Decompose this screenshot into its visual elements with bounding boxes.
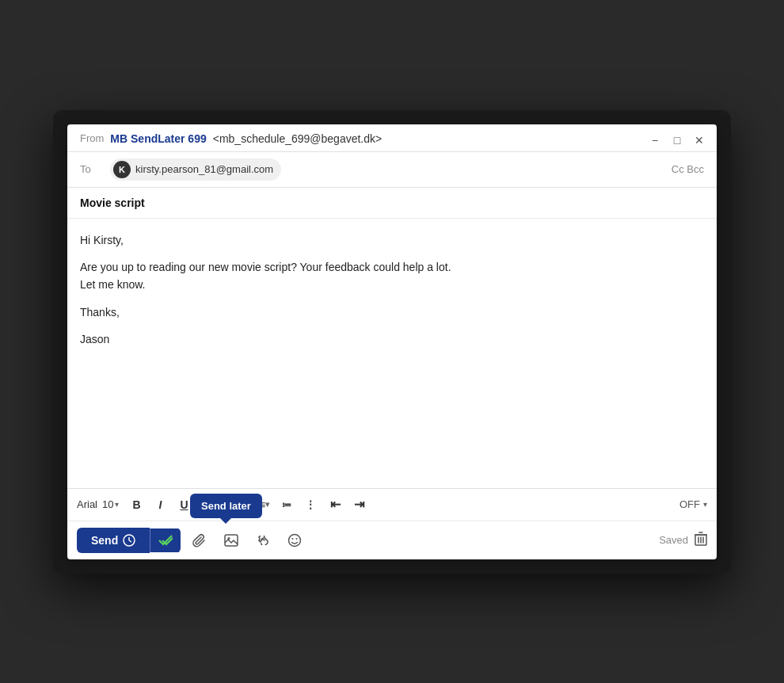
off-arrow: ▾ (703, 500, 707, 509)
recipient-chip[interactable]: K kirsty.pearson_81@gmail.com (110, 158, 281, 181)
to-label: To (80, 163, 104, 175)
send-group: Send (77, 528, 181, 553)
bold-button[interactable]: B (125, 494, 147, 516)
svg-line-4 (129, 540, 131, 542)
insert-link-button[interactable] (250, 528, 276, 553)
svg-point-8 (292, 538, 294, 540)
maximize-button[interactable]: □ (669, 132, 685, 148)
trash-icon (695, 532, 707, 546)
svg-point-7 (289, 534, 301, 546)
font-size-value: 10 (102, 498, 113, 510)
formatting-toolbar: Arial 10 ▾ B I U A ▾ A ▾ ≡ ▾ (67, 488, 717, 521)
saved-label: Saved (659, 534, 688, 546)
font-name-label: Arial (77, 498, 97, 510)
off-toggle[interactable]: OFF ▾ (679, 498, 707, 510)
sender-name: MB SendLater 699 (110, 132, 206, 145)
decrease-indent-button[interactable]: ⇤ (324, 494, 346, 516)
checkmark-button[interactable] (150, 528, 181, 552)
unordered-list-button[interactable]: ⋮ (300, 494, 322, 516)
recipient-email: kirsty.pearson_81@gmail.com (135, 163, 273, 175)
close-button[interactable]: ✕ (691, 132, 707, 148)
subject-row: Movie script (67, 188, 717, 219)
double-checkmark-icon (158, 535, 173, 546)
clock-icon (123, 534, 135, 547)
cc-bcc-button[interactable]: Cc Bcc (672, 163, 704, 175)
title-bar: From MB SendLater 699 <mb_schedule_699@b… (67, 124, 717, 152)
increase-indent-button[interactable]: ⇥ (348, 494, 370, 516)
body-greeting: Hi Kirsty, (80, 231, 704, 249)
from-label: From (80, 132, 104, 144)
italic-button[interactable]: I (149, 494, 171, 516)
send-later-tooltip: Send later (190, 494, 262, 518)
app-container: From MB SendLater 699 <mb_schedule_699@b… (53, 110, 731, 574)
to-row: To K kirsty.pearson_81@gmail.com Cc Bcc (67, 152, 717, 188)
send-button[interactable]: Send (77, 528, 150, 553)
ordered-list-button[interactable]: ≔ (276, 494, 299, 516)
svg-text:⋮: ⋮ (306, 499, 315, 510)
image-icon (224, 534, 238, 547)
font-size-dropdown[interactable]: 10 ▾ (102, 498, 119, 510)
svg-text:≔: ≔ (282, 499, 291, 510)
off-label: OFF (679, 498, 700, 510)
delete-button[interactable] (695, 532, 707, 549)
window-controls: − □ ✕ (647, 132, 707, 148)
insert-image-button[interactable] (219, 528, 244, 553)
action-bar: Send later Send (67, 521, 717, 559)
subject-text: Movie script (80, 197, 145, 209)
recipient-avatar: K (113, 161, 131, 178)
body-signature: Jason (80, 330, 704, 348)
attach-file-button[interactable] (187, 528, 212, 553)
link-icon (256, 536, 270, 545)
compose-window: From MB SendLater 699 <mb_schedule_699@b… (67, 124, 717, 559)
svg-point-9 (296, 538, 298, 540)
body-thanks: Thanks, (80, 303, 704, 321)
minimize-button[interactable]: − (647, 132, 663, 148)
saved-group: Saved (659, 532, 707, 549)
sender-email: <mb_schedule_699@begavet.dk> (213, 132, 382, 145)
emoji-icon (287, 533, 302, 548)
font-size-arrow: ▾ (115, 500, 119, 509)
from-row: From MB SendLater 699 <mb_schedule_699@b… (80, 132, 704, 145)
paperclip-icon (192, 533, 207, 548)
send-label: Send (91, 534, 118, 547)
insert-emoji-button[interactable] (282, 528, 307, 553)
email-body[interactable]: Hi Kirsty, Are you up to reading our new… (67, 219, 717, 488)
body-content: Are you up to reading our new movie scri… (80, 258, 704, 294)
